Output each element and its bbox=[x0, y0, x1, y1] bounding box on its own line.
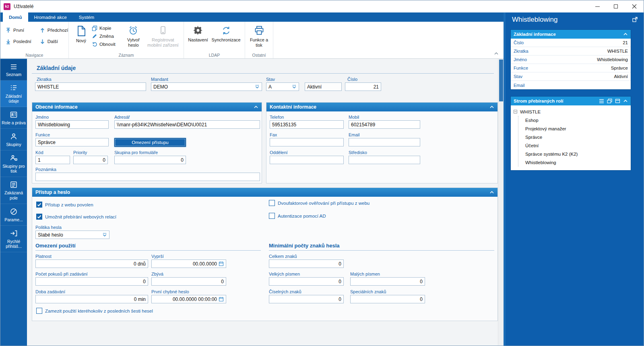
mobil-input[interactable]: 602154789 bbox=[349, 120, 420, 129]
sidebar-item-skupiny-pro-tisk[interactable]: Skupiny pro tisk bbox=[0, 150, 27, 177]
mandant-select[interactable]: DEMO bbox=[151, 82, 262, 91]
calendar-icon[interactable] bbox=[219, 261, 224, 266]
telefon-input[interactable]: 595135135 bbox=[270, 120, 344, 129]
ldap-sync-button[interactable]: Synchronizace bbox=[211, 24, 242, 52]
tab-domu[interactable]: Domů bbox=[3, 12, 28, 22]
cislo-input[interactable]: 21 bbox=[345, 82, 381, 91]
contact-info-header[interactable]: Kontaktní informace bbox=[266, 103, 497, 111]
maximize-button[interactable] bbox=[607, 0, 625, 12]
vertical-scrollbar[interactable] bbox=[498, 59, 504, 346]
tab-hromadne-akce[interactable]: Hromadné akce bbox=[28, 12, 73, 22]
collapse-chevron-icon[interactable] bbox=[254, 105, 258, 109]
tree-node[interactable]: Projektový manažer bbox=[518, 124, 629, 133]
basic-info-card-header[interactable]: Základní informace bbox=[511, 30, 631, 39]
dropdown-icon[interactable] bbox=[102, 233, 107, 237]
funkce-input[interactable]: Správce bbox=[35, 138, 109, 146]
functions-print-button[interactable]: Funkce a tisk bbox=[248, 24, 270, 52]
tree-node[interactable]: Správce bbox=[518, 133, 629, 141]
tab-system[interactable]: Systém bbox=[73, 12, 100, 22]
web-access-checkbox[interactable]: Přístup z webu povolen bbox=[36, 202, 93, 208]
vyprsi-input[interactable]: 00.00.0000 bbox=[151, 260, 226, 268]
ldap-settings-button[interactable]: Nastavení bbox=[187, 24, 209, 52]
sidebar-item-zakazana-pole[interactable]: Zakázaná pole bbox=[0, 177, 27, 204]
new-button[interactable]: Nový bbox=[72, 24, 90, 52]
tree-node[interactable]: Eshop bbox=[518, 116, 629, 124]
poznamka-input[interactable] bbox=[35, 173, 260, 181]
sidebar-item-parametry[interactable]: Parame... bbox=[0, 204, 27, 226]
copy-button[interactable]: Kopie bbox=[92, 25, 121, 31]
chybne-input[interactable]: 00.00.0000 00:00:00 bbox=[151, 295, 226, 303]
malych-input[interactable]: 0 bbox=[350, 277, 425, 286]
tile-window-icon[interactable] bbox=[615, 99, 620, 103]
celkem-input[interactable]: 0 bbox=[269, 260, 344, 268]
ribbon-collapse-button[interactable] bbox=[494, 49, 499, 57]
refresh-button[interactable]: Obnovit bbox=[92, 41, 121, 47]
info-row-label: Stav bbox=[514, 74, 522, 79]
jmeno-input[interactable]: Whistleblowing bbox=[35, 120, 109, 129]
dropdown-icon[interactable] bbox=[255, 84, 260, 89]
sidebar-item-role-a-prava[interactable]: Role a práva bbox=[0, 107, 27, 129]
access-password-header[interactable]: Přístup a heslo bbox=[32, 188, 497, 197]
doba-input[interactable]: 0 min bbox=[35, 295, 148, 303]
sidebar-item-seznam[interactable]: Seznam bbox=[0, 60, 27, 80]
specialnich-input[interactable]: 0 bbox=[350, 295, 425, 303]
last-passwords-checkbox[interactable]: Zamezit použití kteréhokoliv z posledníc… bbox=[36, 308, 153, 314]
sidebar-item-skupiny[interactable]: Skupiny bbox=[0, 129, 27, 150]
first-button[interactable]: První bbox=[4, 25, 33, 35]
collapse-chevron-icon[interactable] bbox=[489, 191, 494, 194]
stredisko-input[interactable] bbox=[349, 156, 420, 164]
fax-input[interactable] bbox=[270, 138, 344, 146]
mobile-device-icon bbox=[158, 25, 168, 36]
adresar-input[interactable]: \\manr-p634\K2WhistleNew\DEMO\U0021 bbox=[114, 120, 260, 129]
kod-input[interactable]: 1 bbox=[35, 156, 70, 164]
ad-auth-checkbox[interactable]: Autentizace pomocí AD bbox=[269, 213, 326, 219]
access-restriction-button[interactable]: Omezení přístupu bbox=[114, 138, 186, 147]
sidebar-label: Role a práva bbox=[2, 120, 26, 125]
tree-node[interactable]: Správce systému K2 (K2) bbox=[518, 150, 629, 158]
roles-tree-card-header[interactable]: Strom přebíraných rolí bbox=[511, 97, 631, 105]
close-button[interactable] bbox=[625, 0, 644, 12]
oddeleni-input[interactable] bbox=[270, 156, 344, 164]
two-factor-checkbox[interactable]: Dvoufaktorové ověřování při přístupu z w… bbox=[269, 200, 369, 206]
previous-button[interactable]: Předchozí bbox=[38, 25, 70, 35]
velkych-input[interactable]: 0 bbox=[269, 277, 344, 286]
platnost-input[interactable]: 0 dnů bbox=[35, 260, 148, 268]
collapse-chevron-icon[interactable] bbox=[489, 105, 494, 109]
contact-info-panel: Kontaktní informace Telefon 595135135 Mo… bbox=[266, 102, 498, 183]
ldap-settings-label: Nastavení bbox=[188, 37, 208, 43]
work-area: Seznam Základní údaje Role a práva Skupi… bbox=[0, 59, 504, 346]
tree-root-node[interactable]: – WHISTLE bbox=[514, 107, 629, 116]
pokusy-input[interactable]: 0 bbox=[35, 277, 148, 286]
web-session-checkbox[interactable]: Umožnit přebírání webových relací bbox=[36, 214, 116, 220]
email-input[interactable] bbox=[349, 138, 420, 146]
dropdown-icon[interactable] bbox=[292, 84, 297, 89]
create-password-button[interactable]: Vytvoř heslo bbox=[123, 24, 144, 52]
zbyva-input[interactable]: 0 bbox=[151, 277, 226, 286]
last-button[interactable]: Poslední bbox=[4, 37, 33, 46]
ciselnych-input[interactable]: 0 bbox=[269, 295, 344, 303]
collapse-chevron-icon[interactable] bbox=[623, 33, 628, 36]
collapse-chevron-icon[interactable] bbox=[623, 99, 628, 103]
sidebar-item-zakladni-udaje[interactable]: Základní údaje bbox=[0, 80, 27, 107]
sidebar-item-rychle-prihlaseni[interactable]: Rychlé přihláš... bbox=[0, 226, 27, 252]
scrollbar-thumb[interactable] bbox=[499, 60, 503, 101]
group-label-zaznam: Záznam bbox=[69, 53, 184, 58]
app-window: k2 Uživatelé Domů Hromadné akce Systém P… bbox=[0, 0, 644, 346]
priority-input[interactable]: 0 bbox=[73, 156, 108, 164]
stav-select[interactable]: A bbox=[266, 82, 299, 91]
tree-collapse-icon[interactable]: – bbox=[514, 110, 517, 113]
zbyva-value: 0 bbox=[154, 279, 224, 284]
zkratka-input[interactable]: WHISTLE bbox=[35, 82, 146, 91]
tree-node[interactable]: Whistleblowing bbox=[518, 158, 629, 167]
general-info-header[interactable]: Obecné informace bbox=[32, 103, 262, 111]
minimize-button[interactable] bbox=[588, 0, 607, 12]
skupina-formulare-input[interactable]: 0 bbox=[114, 156, 186, 164]
politika-select[interactable]: Slabé heslo bbox=[35, 231, 109, 239]
calendar-icon[interactable] bbox=[219, 297, 224, 302]
menu-icon[interactable] bbox=[599, 99, 604, 103]
open-in-window-button[interactable] bbox=[632, 16, 638, 24]
tree-node[interactable]: Účetní bbox=[518, 141, 629, 150]
cascade-windows-icon[interactable] bbox=[607, 99, 612, 103]
change-button[interactable]: Změna bbox=[92, 33, 121, 39]
next-button[interactable]: Další bbox=[38, 37, 70, 46]
